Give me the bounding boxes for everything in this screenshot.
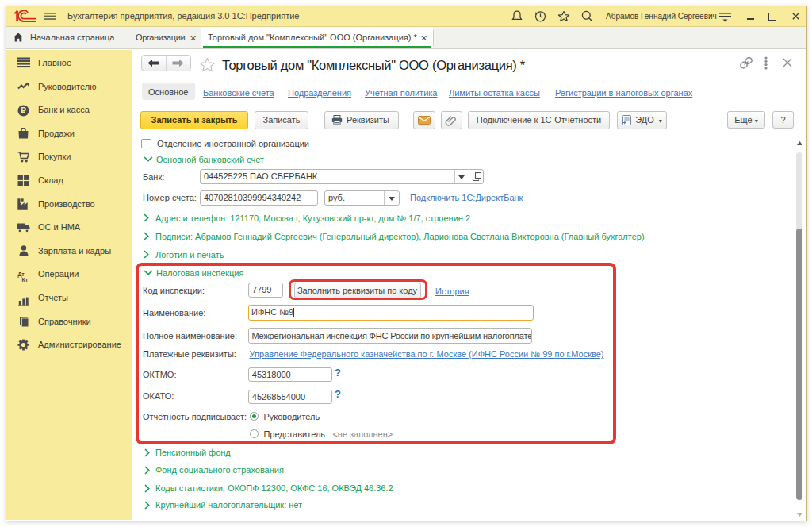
svg-text:P: P bbox=[21, 106, 26, 115]
